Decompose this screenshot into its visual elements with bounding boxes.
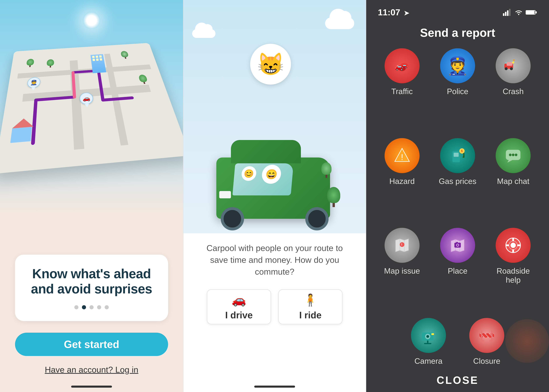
- map-tile: 👮 🚗: [0, 43, 183, 174]
- roadside-icon-circle: [496, 228, 531, 263]
- report-grid: 🚗 🚗 Traffic 👮 Police: [366, 48, 549, 318]
- svg-point-34: [509, 154, 512, 156]
- hazard-label: Hazard: [389, 177, 415, 186]
- report-item-mapissue[interactable]: ! Map issue: [378, 228, 426, 318]
- signal-icon: [503, 9, 512, 16]
- building: [90, 54, 106, 73]
- sun: [83, 12, 100, 29]
- svg-text:!: !: [401, 152, 403, 162]
- report-item-camera[interactable]: Camera: [411, 318, 446, 365]
- screen2-bottom-panel: Carpool with people on your route to sav…: [183, 233, 366, 392]
- roadside-label: Roadside help: [489, 266, 537, 284]
- pagination-dots: [30, 305, 153, 309]
- carpool-illustration: 😊 😄 😸: [183, 0, 366, 233]
- hazard-icon-circle: !: [385, 138, 420, 173]
- police-emoji: 👮: [447, 56, 469, 76]
- svg-point-45: [457, 244, 459, 246]
- svg-rect-46: [456, 242, 458, 243]
- report-item-hazard[interactable]: ! Hazard: [378, 138, 426, 219]
- carpool-description: Carpool with people on your route to sav…: [195, 242, 354, 278]
- car-wheel-right: [305, 207, 329, 231]
- police-label: Police: [447, 87, 468, 96]
- car-headlight: [219, 191, 231, 198]
- report-item-crash[interactable]: ✦ ✦ Crash: [489, 48, 537, 129]
- dot-4[interactable]: [97, 305, 101, 309]
- closure-icon-circle: [469, 318, 504, 353]
- svg-text:✦: ✦: [512, 58, 515, 62]
- screen1-bottom: Know what's ahead and avoid surprises Ge…: [0, 217, 183, 392]
- road-horizontal-2: [17, 64, 151, 79]
- camera-label: Camera: [414, 357, 442, 365]
- mapchat-icon-circle: [496, 138, 531, 173]
- report-item-police[interactable]: 👮 Police: [433, 48, 482, 129]
- map-pin-police: 👮: [27, 77, 41, 91]
- headline-text: Know what's ahead and avoid surprises: [30, 266, 153, 296]
- dot-1[interactable]: [74, 305, 78, 309]
- svg-point-35: [512, 154, 514, 156]
- svg-point-22: [510, 67, 513, 70]
- get-started-button[interactable]: Get started: [15, 333, 168, 356]
- report-title: Send a report: [366, 20, 549, 48]
- report-item-traffic[interactable]: 🚗 🚗 Traffic: [378, 48, 426, 129]
- svg-rect-29: [454, 153, 459, 157]
- gas-svg: $: [450, 147, 466, 164]
- tree-2: [47, 59, 54, 68]
- mapissue-svg: !: [393, 237, 411, 254]
- tree-car-right2: [321, 162, 332, 178]
- svg-point-54: [427, 336, 428, 337]
- dot-2[interactable]: [82, 305, 86, 309]
- ride-label: I ride: [299, 310, 322, 321]
- svg-rect-0: [503, 13, 504, 16]
- traffic-icon-circle: 🚗 🚗: [385, 48, 420, 83]
- have-account-link[interactable]: Have an account? Log in: [45, 365, 138, 375]
- report-item-closure[interactable]: Closure: [469, 318, 504, 365]
- report-item-gas[interactable]: $ Gas prices: [433, 138, 482, 219]
- camera-svg: [420, 327, 437, 344]
- police-icon-circle: 👮: [440, 48, 475, 83]
- gas-icon-circle: $: [440, 138, 475, 173]
- dot-3[interactable]: [90, 305, 94, 309]
- traffic-label: Traffic: [391, 87, 413, 96]
- mapchat-label: Map chat: [497, 177, 529, 186]
- svg-text:$: $: [461, 149, 463, 153]
- waze-char-driver: 😄: [261, 165, 282, 184]
- i-ride-button[interactable]: 🧍 I ride: [278, 289, 342, 324]
- headline-card: Know what's ahead and avoid surprises: [15, 255, 168, 321]
- svg-rect-57: [424, 343, 431, 344]
- home-indicator: [71, 385, 112, 388]
- status-icons-group: [503, 9, 537, 16]
- wifi-icon: [514, 9, 523, 16]
- crash-svg: ✦ ✦: [503, 58, 523, 74]
- drive-label: I drive: [225, 310, 253, 321]
- hazard-svg: !: [393, 147, 411, 164]
- screen1-onboarding: 👮 🚗 Know what's ahead and avoid surprise…: [0, 0, 183, 392]
- report-item-place[interactable]: Place: [433, 228, 482, 318]
- camera-icon-circle: [411, 318, 446, 353]
- svg-rect-6: [535, 11, 537, 14]
- dot-5[interactable]: [105, 305, 109, 309]
- report-item-mapchat[interactable]: Map chat: [489, 138, 537, 219]
- crash-icon-circle: ✦ ✦: [496, 48, 531, 83]
- i-drive-button[interactable]: 🚗 I drive: [207, 289, 271, 324]
- close-button[interactable]: CLOSE: [366, 368, 549, 392]
- place-label: Place: [448, 266, 467, 275]
- svg-text:🚗: 🚗: [401, 62, 408, 69]
- ride-icon: 🧍: [303, 293, 318, 307]
- svg-point-23: [505, 67, 507, 70]
- svg-rect-3: [509, 9, 511, 16]
- house: [10, 126, 33, 143]
- home-indicator-screen2: [254, 385, 295, 388]
- tree-3: [120, 51, 129, 59]
- tree-1: [26, 59, 34, 67]
- svg-rect-2: [507, 10, 508, 16]
- traffic-svg: 🚗 🚗: [393, 58, 411, 73]
- svg-rect-65: [491, 330, 493, 341]
- screen2-carpool: 😊 😄 😸 Carpool with people on your route …: [183, 0, 366, 392]
- gas-label: Gas prices: [439, 177, 476, 186]
- svg-point-36: [515, 154, 517, 156]
- commute-buttons-row: 🚗 I drive 🧍 I ride: [195, 289, 354, 324]
- waze-char-passenger: 😊: [241, 166, 257, 181]
- location-arrow-icon: ➤: [404, 9, 409, 17]
- roadside-svg: [504, 237, 522, 254]
- report-item-roadside[interactable]: Roadside help: [489, 228, 537, 318]
